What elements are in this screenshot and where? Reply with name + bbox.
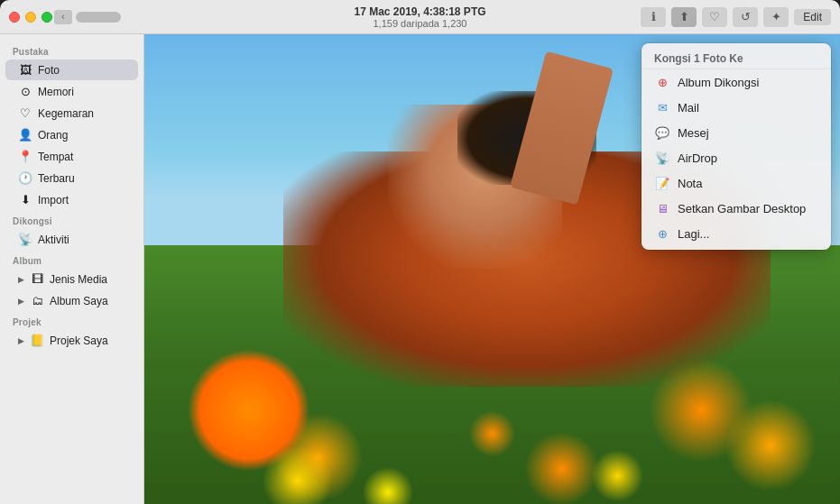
project-icon: 📒: [30, 334, 44, 347]
message-icon: 💬: [654, 124, 670, 141]
menu-item-lagi[interactable]: ⊕ Lagi...: [642, 221, 831, 246]
menu-item-desktop[interactable]: 🖥 Setkan Gambar Desktop: [642, 196, 831, 221]
menu-item-label: Mail: [678, 101, 699, 115]
recent-icon: 🕐: [18, 171, 32, 185]
sidebar-item-memori[interactable]: ⊙ Memori: [5, 81, 138, 102]
sidebar-item-label: Aktiviti: [38, 234, 69, 246]
favorite-button[interactable]: ♡: [702, 7, 727, 27]
main-area: Pustaka 🖼 Foto ⊙ Memori ♡ Kegemaran 👤 Or…: [0, 34, 840, 504]
menu-item-label: Setkan Gambar Desktop: [678, 202, 806, 215]
slider[interactable]: [76, 12, 121, 23]
menu-item-label: Nota: [678, 177, 702, 190]
menu-item-label: Album Dikongsi: [678, 76, 759, 89]
sidebar-section-projects: Projek: [0, 312, 143, 329]
sidebar-item-album-saya[interactable]: ▶ 🗂 Album Saya: [5, 290, 138, 311]
sidebar-item-label: Foto: [38, 64, 60, 77]
foto-icon: 🖼: [18, 63, 32, 77]
dropdown-header: Kongsi 1 Foto Ke: [642, 47, 831, 69]
place-icon: 📍: [18, 150, 32, 163]
sidebar-item-projek-saya[interactable]: ▶ 📒 Projek Saya: [5, 330, 138, 351]
menu-item-label: Mesej: [678, 126, 709, 140]
sidebar-section-shared: Dikongsi: [0, 211, 143, 228]
sidebar-item-label: Projek Saya: [50, 334, 108, 347]
activity-icon: 📡: [18, 233, 32, 246]
title-center: 17 Mac 2019, 4:38:18 PTG 1,159 daripada …: [354, 5, 485, 29]
sidebar-item-import[interactable]: ⬇ Import: [5, 189, 138, 210]
heart-icon: ♡: [18, 106, 32, 120]
toolbar-right: ℹ ⬆ ♡ ↺ ✦ Edit: [641, 7, 831, 27]
menu-item-album-dikongsi[interactable]: ⊕ Album Dikongsi: [642, 69, 831, 95]
menu-item-mail[interactable]: ✉ Mail: [642, 95, 831, 120]
sidebar-item-label: Memori: [38, 86, 74, 98]
sidebar-item-orang[interactable]: 👤 Orang: [5, 124, 138, 145]
photo-date: 17 Mac 2019, 4:38:18 PTG: [354, 5, 485, 18]
minimize-button[interactable]: [25, 12, 36, 23]
edit-button[interactable]: Edit: [794, 9, 831, 25]
sidebar-item-label: Jenis Media: [50, 273, 107, 286]
share-button[interactable]: ⬆: [671, 7, 697, 27]
more-icon: ⊕: [654, 225, 670, 242]
photo-area: Kongsi 1 Foto Ke ⊕ Album Dikongsi ✉ Mail…: [144, 34, 840, 504]
sidebar-section-albums: Album: [0, 251, 143, 268]
media-type-icon: 🎞: [30, 272, 44, 286]
sidebar-item-label: Kegemaran: [38, 107, 94, 120]
info-button[interactable]: ℹ: [641, 7, 666, 27]
title-bar: ‹ 17 Mac 2019, 4:38:18 PTG 1,159 daripad…: [0, 0, 840, 34]
arrow-icon: ▶: [18, 336, 24, 345]
sidebar-item-terbaru[interactable]: 🕐 Terbaru: [5, 168, 138, 188]
sidebar-item-label: Import: [38, 194, 69, 206]
mail-icon: ✉: [654, 99, 670, 115]
sidebar-item-label: Tempat: [38, 151, 73, 163]
menu-item-label: Lagi...: [678, 227, 709, 241]
sidebar-item-aktiviti[interactable]: 📡 Aktiviti: [5, 229, 138, 250]
sidebar-item-label: Album Saya: [50, 295, 108, 307]
sidebar-item-label: Terbaru: [38, 172, 75, 185]
desktop-icon: 🖥: [654, 200, 670, 216]
sidebar-item-tempat[interactable]: 📍 Tempat: [5, 146, 138, 167]
sidebar-item-jenis-media[interactable]: ▶ 🎞 Jenis Media: [5, 269, 138, 289]
album-dikongsi-icon: ⊕: [654, 74, 670, 90]
close-button[interactable]: [9, 12, 20, 23]
rotate-button[interactable]: ↺: [733, 7, 758, 27]
sidebar-item-foto[interactable]: 🖼 Foto: [5, 60, 138, 80]
my-album-icon: 🗂: [30, 294, 44, 307]
sidebar-section-library: Pustaka: [0, 41, 143, 59]
memori-icon: ⊙: [18, 85, 32, 98]
sidebar-item-kegemaran[interactable]: ♡ Kegemaran: [5, 103, 138, 124]
menu-item-mesej[interactable]: 💬 Mesej: [642, 120, 831, 145]
nav-buttons: ‹: [54, 10, 121, 24]
nota-icon: 📝: [654, 175, 670, 191]
airdrop-icon: 📡: [654, 150, 670, 166]
photo-count: 1,159 daripada 1,230: [354, 18, 485, 29]
arrow-icon: ▶: [18, 297, 24, 306]
menu-item-label: AirDrop: [678, 151, 717, 165]
person-icon: 👤: [18, 128, 32, 142]
back-button[interactable]: ‹: [54, 10, 72, 24]
menu-item-nota[interactable]: 📝 Nota: [642, 170, 831, 196]
import-icon: ⬇: [18, 193, 32, 206]
arrow-icon: ▶: [18, 275, 24, 284]
menu-item-airdrop[interactable]: 📡 AirDrop: [642, 145, 831, 170]
sidebar: Pustaka 🖼 Foto ⊙ Memori ♡ Kegemaran 👤 Or…: [0, 34, 144, 504]
fullscreen-button[interactable]: [42, 12, 52, 23]
traffic-lights: [9, 12, 52, 23]
sidebar-item-label: Orang: [38, 129, 68, 142]
tools-button[interactable]: ✦: [763, 7, 789, 27]
share-dropdown-menu: Kongsi 1 Foto Ke ⊕ Album Dikongsi ✉ Mail…: [642, 43, 831, 250]
